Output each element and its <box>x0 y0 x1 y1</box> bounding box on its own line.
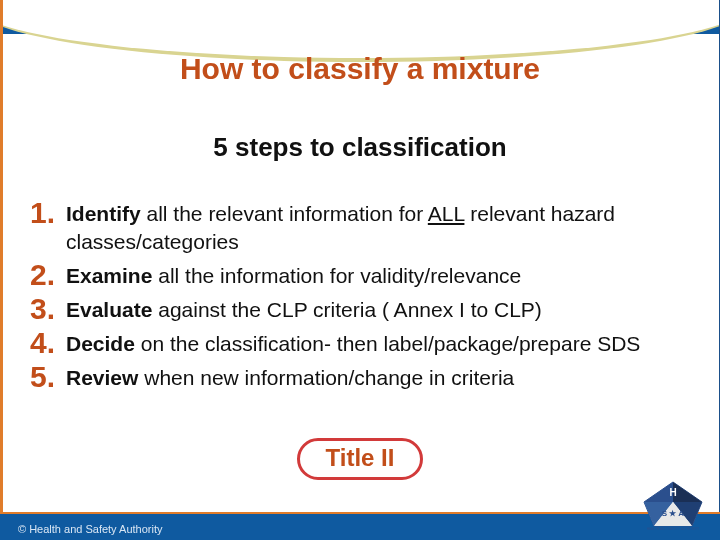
step-number: 4. <box>30 328 66 358</box>
header-band <box>0 0 720 34</box>
svg-text:S ★ A: S ★ A <box>662 509 684 518</box>
step-text: Identify all the relevant information fo… <box>66 198 690 256</box>
step-text: Review when new information/change in cr… <box>66 362 514 392</box>
step-number: 2. <box>30 260 66 290</box>
list-item: 5. Review when new information/change in… <box>30 362 690 392</box>
list-item: 2. Examine all the information for valid… <box>30 260 690 290</box>
step-keyword: Review <box>66 366 138 389</box>
step-text: Decide on the classification- then label… <box>66 328 640 358</box>
slide-title: How to classify a mixture <box>0 52 720 86</box>
title-ii-callout: Title II <box>297 438 424 480</box>
step-keyword: Examine <box>66 264 152 287</box>
copyright-text: © Health and Safety Authority <box>18 523 162 535</box>
steps-list: 1. Identify all the relevant information… <box>30 198 690 396</box>
slide-subtitle: 5 steps to classification <box>0 132 720 163</box>
step-text: Examine all the information for validity… <box>66 260 521 290</box>
step-keyword: Evaluate <box>66 298 152 321</box>
list-item: 4. Decide on the classification- then la… <box>30 328 690 358</box>
svg-text:HEALTH AND SAFETY AUTHORITY: HEALTH AND SAFETY AUTHORITY <box>647 527 700 531</box>
callout-container: Title II <box>0 438 720 480</box>
step-number: 1. <box>30 198 66 228</box>
step-text: Evaluate against the CLP criteria ( Anne… <box>66 294 542 324</box>
step-keyword: Identify <box>66 202 141 225</box>
footer-band: © Health and Safety Authority <box>0 514 720 540</box>
hsa-logo-icon: H S ★ A HEALTH AND SAFETY AUTHORITY <box>640 480 706 532</box>
step-number: 3. <box>30 294 66 324</box>
list-item: 3. Evaluate against the CLP criteria ( A… <box>30 294 690 324</box>
hsa-logo: H S ★ A HEALTH AND SAFETY AUTHORITY <box>640 480 706 532</box>
step-keyword: Decide <box>66 332 135 355</box>
step-number: 5. <box>30 362 66 392</box>
svg-text:H: H <box>669 487 676 498</box>
list-item: 1. Identify all the relevant information… <box>30 198 690 256</box>
presentation-slide: How to classify a mixture 5 steps to cla… <box>0 0 720 540</box>
